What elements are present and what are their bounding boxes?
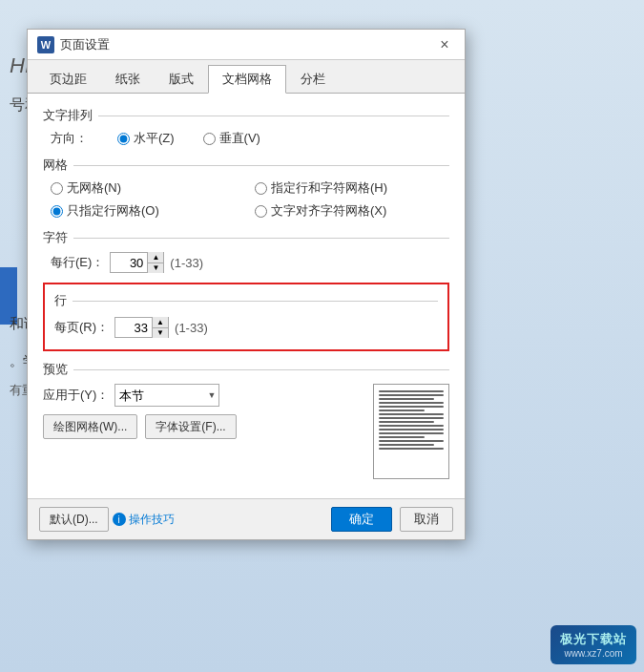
- per-page-input[interactable]: [115, 318, 152, 337]
- text-arrangement-content: 方向： 水平(Z) 垂直(V): [43, 130, 449, 147]
- tab-layout[interactable]: 版式: [155, 65, 208, 94]
- no-grid-radio[interactable]: [51, 182, 63, 195]
- grid-section: 网格 无网格(N) 指定行和字符网格(H): [43, 157, 449, 220]
- preview-line-2: [379, 394, 444, 396]
- preview-line-11: [379, 429, 444, 430]
- preview-line-3: [379, 398, 434, 400]
- tab-columns[interactable]: 分栏: [286, 65, 340, 94]
- row-section: 行 每页(R)： ▲ ▼ (1-33): [43, 283, 449, 351]
- dialog-footer: 默认(D)... i 操作技巧 确定 取消: [28, 499, 465, 539]
- spin-down-btn[interactable]: ▼: [148, 262, 163, 273]
- text-align-grid-radio[interactable]: [255, 205, 267, 218]
- default-button[interactable]: 默认(D)...: [39, 507, 109, 532]
- preview-line-8: [379, 417, 444, 419]
- preview-content: 应用于(Y)： 本节 整篇文档 ▼ 绘图网格(W)... 字: [43, 384, 449, 479]
- section-divider-4: [73, 301, 438, 302]
- text-arrangement-section: 文字排列 方向： 水平(Z) 垂直(V): [43, 107, 449, 147]
- action-buttons: 绘图网格(W)... 字体设置(F)...: [43, 414, 360, 439]
- section-divider-5: [73, 369, 449, 370]
- dialog-tabs: 页边距 纸张 版式 文档网格 分栏: [28, 60, 465, 94]
- preview-line-1: [379, 390, 444, 392]
- horizontal-label: 水平(Z): [134, 130, 175, 147]
- dialog-title-text: 页面设置: [60, 36, 110, 53]
- section-divider-3: [73, 238, 449, 239]
- character-section: 字符 每行(E)： ▲ ▼ (1-33): [43, 229, 449, 273]
- per-page-label: 每页(R)：: [54, 319, 109, 336]
- line-only-grid-label: 只指定行网格(O): [67, 202, 159, 220]
- spin-up-btn-2[interactable]: ▲: [153, 317, 168, 327]
- no-grid-label: 无网格(N): [67, 179, 121, 197]
- apply-row: 应用于(Y)： 本节 整篇文档 ▼: [43, 384, 360, 407]
- text-align-grid-label: 文字对齐字符网格(X): [271, 202, 386, 220]
- row-title: 行: [54, 292, 438, 309]
- horizontal-radio[interactable]: [117, 133, 130, 145]
- line-char-grid-label: 指定行和字符网格(H): [271, 179, 387, 197]
- preview-controls: 应用于(Y)： 本节 整篇文档 ▼ 绘图网格(W)... 字: [43, 384, 360, 439]
- vertical-option[interactable]: 垂直(V): [203, 130, 260, 147]
- character-content: 每行(E)： ▲ ▼ (1-33): [43, 252, 449, 273]
- preview-line-5: [379, 406, 444, 408]
- preview-section: 预览 应用于(Y)： 本节 整篇文档 ▼: [43, 361, 449, 479]
- preview-title: 预览: [43, 361, 449, 378]
- no-grid-option[interactable]: 无网格(N): [51, 179, 245, 197]
- spin-buttons: ▲ ▼: [147, 252, 163, 273]
- per-line-row: 每行(E)： ▲ ▼ (1-33): [51, 252, 449, 273]
- close-button[interactable]: ×: [434, 34, 455, 55]
- text-align-grid-option[interactable]: 文字对齐字符网格(X): [255, 202, 449, 220]
- preview-line-6: [379, 410, 425, 411]
- tips-label: 操作技巧: [129, 512, 175, 528]
- tab-document-grid[interactable]: 文档网格: [208, 65, 286, 94]
- preview-line-16: [379, 448, 444, 450]
- preview-line-13: [379, 436, 425, 438]
- font-settings-button[interactable]: 字体设置(F)...: [145, 414, 236, 439]
- per-line-input[interactable]: [111, 253, 147, 272]
- apply-select[interactable]: 本节 整篇文档: [114, 384, 219, 407]
- horizontal-option[interactable]: 水平(Z): [117, 130, 175, 147]
- spin-up-btn[interactable]: ▲: [148, 252, 163, 262]
- dialog-titlebar: W 页面设置 ×: [28, 30, 465, 60]
- preview-line-9: [379, 421, 434, 423]
- tips-link[interactable]: i 操作技巧: [113, 512, 175, 528]
- per-page-spinbox: ▲ ▼: [114, 317, 169, 338]
- apply-label: 应用于(Y)：: [43, 387, 109, 404]
- per-page-hint: (1-33): [175, 321, 208, 335]
- page-setup-dialog: W 页面设置 × 页边距 纸张 版式 文档网格 分栏 文字排列: [27, 29, 466, 540]
- per-line-label: 每行(E)：: [51, 254, 104, 271]
- preview-line-12: [379, 432, 444, 434]
- text-arrangement-title: 文字排列: [43, 107, 449, 124]
- per-line-hint: (1-33): [170, 256, 203, 270]
- section-divider: [98, 116, 449, 116]
- direction-label: 方向：: [51, 130, 89, 147]
- page-preview: [373, 384, 449, 479]
- vertical-radio[interactable]: [203, 133, 216, 145]
- character-title: 字符: [43, 229, 449, 246]
- footer-right: 确定 取消: [331, 507, 453, 532]
- grid-options-group: 无网格(N) 指定行和字符网格(H) 只指定行网格(O) 文字对齐字符: [51, 179, 449, 220]
- preview-line-15: [379, 444, 434, 446]
- spin-down-btn-2[interactable]: ▼: [153, 327, 168, 338]
- spin-buttons-2: ▲ ▼: [152, 317, 168, 338]
- line-char-grid-radio[interactable]: [255, 182, 267, 195]
- draw-grid-button[interactable]: 绘图网格(W)...: [43, 414, 137, 439]
- dialog-title-left: W 页面设置: [37, 36, 110, 53]
- line-only-grid-option[interactable]: 只指定行网格(O): [51, 202, 245, 220]
- line-char-grid-option[interactable]: 指定行和字符网格(H): [255, 179, 449, 197]
- per-page-row: 每页(R)： ▲ ▼ (1-33): [54, 317, 438, 338]
- footer-left: 默认(D)... i 操作技巧: [39, 507, 175, 532]
- tips-icon: i: [113, 513, 126, 526]
- line-only-grid-radio[interactable]: [51, 205, 63, 218]
- vertical-label: 垂直(V): [219, 130, 260, 147]
- tab-paper[interactable]: 纸张: [101, 65, 155, 94]
- section-divider-2: [73, 165, 449, 166]
- dialog-body: 文字排列 方向： 水平(Z) 垂直(V): [28, 94, 465, 499]
- per-line-spinbox: ▲ ▼: [110, 252, 164, 273]
- preview-line-4: [379, 402, 444, 404]
- tab-margins[interactable]: 页边距: [35, 65, 101, 94]
- word-icon: W: [37, 36, 54, 53]
- confirm-button[interactable]: 确定: [331, 507, 392, 532]
- grid-title: 网格: [43, 157, 449, 174]
- preview-line-10: [379, 425, 444, 427]
- cancel-button[interactable]: 取消: [400, 507, 453, 532]
- dialog-overlay: W 页面设置 × 页边距 纸张 版式 文档网格 分栏 文字排列: [0, 0, 644, 672]
- direction-group: 方向： 水平(Z) 垂直(V): [51, 130, 449, 147]
